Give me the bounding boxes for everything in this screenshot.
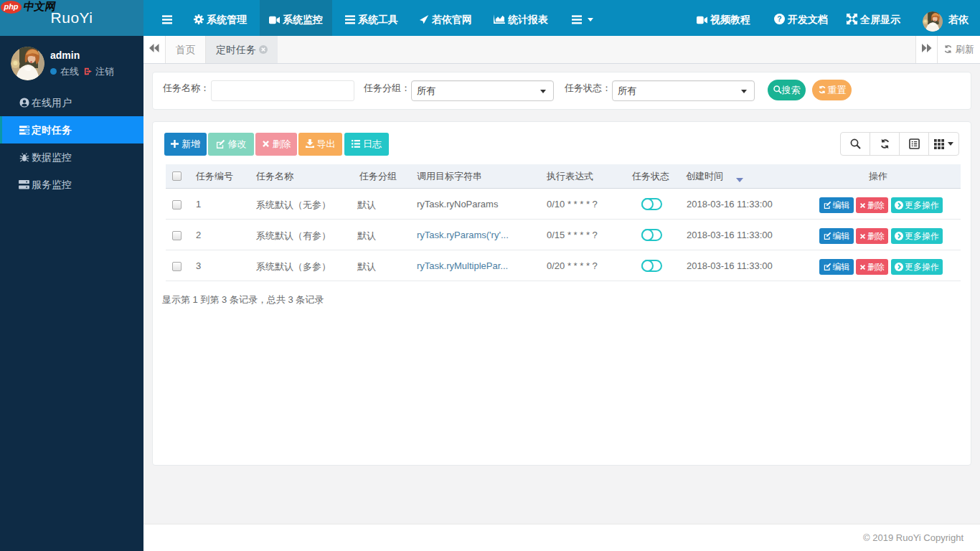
svg-text:?: ? [777, 15, 781, 23]
